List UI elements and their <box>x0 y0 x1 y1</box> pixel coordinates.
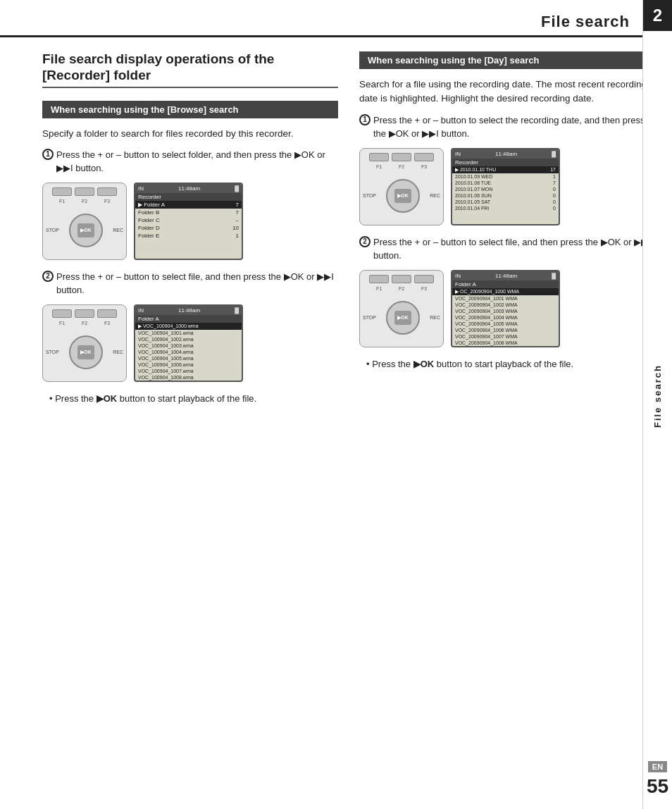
f2-label: F2 <box>75 199 94 204</box>
screen2-icon: IN <box>138 307 144 314</box>
f2-label-3: F2 <box>392 164 411 169</box>
day-search-banner: When searching using the [Day] search <box>359 51 658 69</box>
day-intro-text: Search for a file using the recording da… <box>359 78 658 106</box>
screen3-row-1: 2010.01.09 WED1 <box>452 173 559 180</box>
screen3-row-3: 2010.01.07 MON0 <box>452 186 559 192</box>
browse-device-row2: F1 F2 F3 STOP ▶OK REC IN <box>42 304 338 382</box>
screen2-row-8: VOC_100904_1008.wma <box>135 374 242 381</box>
step1-circle: 1 <box>42 149 54 160</box>
screen4-row-8: VOC_20090904_1008 WMA <box>452 340 559 346</box>
screen-file-list: IN 11:48am ▓ Folder A ▶ VOC_100904_1000.… <box>134 304 243 382</box>
screen3-icon: IN <box>455 151 461 157</box>
sidebar-label-area: File search <box>652 31 663 760</box>
right-column: When searching using the [Day] search Se… <box>352 51 658 415</box>
page-header: File search <box>0 0 672 37</box>
screen1-row-3: Folder D10 <box>135 224 242 232</box>
screen2-title-row: Folder A <box>135 315 242 323</box>
screen1-row-4: Folder E1 <box>135 232 242 240</box>
day-device-row1: F1 F2 F3 STOP ▶OK REC IN <box>359 148 658 226</box>
screen1-title-row: Recorder <box>135 193 242 201</box>
screen2-row-7: VOC_100904_1007.wma <box>135 368 242 374</box>
control-pad-4: ▶OK <box>382 297 424 339</box>
screen3-title: Recorder <box>455 159 478 166</box>
ok-btn-1[interactable]: ▶OK <box>77 223 94 237</box>
stop-label: STOP <box>46 228 59 233</box>
f3-btn <box>97 187 117 196</box>
ok-btn-4[interactable]: ▶OK <box>394 311 411 325</box>
screen2-row-3: VOC_100904_1003.wma <box>135 342 242 349</box>
section-title: File search display operations of the [R… <box>42 51 338 88</box>
screen2-battery: ▓ <box>235 307 239 314</box>
right-sidebar: 2 File search EN 55 <box>642 0 672 809</box>
screen3-row-6: 2010.01.04 FRI0 <box>452 205 559 211</box>
screen3-time: 11:48am <box>495 151 517 157</box>
left-column: File search display operations of the [R… <box>42 51 352 415</box>
screen2-row-4: VOC_100904_1004.wma <box>135 349 242 355</box>
rec-label-2: REC <box>113 350 123 354</box>
rec-label-3: REC <box>430 193 440 198</box>
ok-label-browse: ▶OK <box>97 393 118 404</box>
f1-label: F1 <box>52 199 72 204</box>
screen4-title: Folder A <box>455 281 476 288</box>
f1-btn-2 <box>52 309 72 318</box>
browse-intro-text: Specify a folder to search for files rec… <box>42 127 338 141</box>
screen3-title-row: Recorder <box>452 159 559 166</box>
en-badge: EN <box>648 761 667 772</box>
browse-bullet-note: • Press the ▶OK button to start playback… <box>49 392 338 406</box>
screen3-row-4: 2010.01.06 SUN0 <box>452 192 559 199</box>
stop-label-2: STOP <box>46 350 59 354</box>
screen3-row-2: 2010.01.08 TUE7 <box>452 180 559 186</box>
chapter-number: 2 <box>643 0 672 31</box>
stop-label-3: STOP <box>363 193 376 198</box>
page-title: File search <box>0 13 630 31</box>
rec-label: REC <box>113 228 123 233</box>
f3-btn-4 <box>414 275 434 283</box>
screen3-row-0: ▶ 2010.01.10 THU17 <box>452 166 559 173</box>
screen4-row-6: VOC_20090904_1006 WMA <box>452 327 559 333</box>
ok-btn-2[interactable]: ▶OK <box>77 345 94 359</box>
screen2-row-0: ▶ VOC_100904_1000.wma <box>135 323 242 330</box>
screen4-battery: ▓ <box>552 273 556 279</box>
screen1-time: 11:48am <box>178 185 200 192</box>
f2-btn-2 <box>75 309 94 318</box>
f1-label-2: F1 <box>52 321 72 326</box>
ok-label-day: ▶OK <box>413 359 435 369</box>
f3-btn-2 <box>97 309 117 318</box>
screen1-header: IN 11:48am ▓ <box>135 184 242 193</box>
f2-btn <box>75 187 94 196</box>
screen3-row-5: 2010.01.05 SAT0 <box>452 199 559 205</box>
f1-btn <box>52 187 72 196</box>
screen4-time: 11:48am <box>495 273 517 279</box>
rec-label-4: REC <box>430 315 440 320</box>
screen4-row-4: VOC_20090904_1004 WMA <box>452 314 559 321</box>
step2-circle: 2 <box>42 271 54 282</box>
screen1-row-1: Folder B7 <box>135 209 242 216</box>
screen-recorder-folders: IN 11:48am ▓ Recorder ▶ Folder A7 Folder… <box>134 183 243 260</box>
ok-btn-3[interactable]: ▶OK <box>394 189 411 203</box>
f2-label-4: F2 <box>392 286 411 291</box>
screen4-row-5: VOC_20090904_1005 WMA <box>452 321 559 327</box>
f2-btn-4 <box>392 275 411 283</box>
f2-btn-3 <box>392 153 411 161</box>
day-step1: 1 Press the + or – button to select the … <box>359 113 658 141</box>
control-pad-1: ▶OK <box>65 209 107 252</box>
screen4-icon: IN <box>455 273 461 279</box>
screen1-icon: IN <box>138 185 144 192</box>
screen1-battery: ▓ <box>235 185 239 192</box>
day-step1-circle: 1 <box>359 114 371 125</box>
f3-label-4: F3 <box>414 286 434 291</box>
f3-label-3: F3 <box>414 164 434 169</box>
browse-step2: 2 Press the + or – button to select file… <box>42 270 338 297</box>
f3-label-2: F3 <box>97 321 117 326</box>
f1-btn-3 <box>369 153 389 161</box>
screen2-row-2: VOC_100904_1002.wma <box>135 336 242 342</box>
f1-label-4: F1 <box>369 286 389 291</box>
screen4-row-2: VOC_20090904_1002 WMA <box>452 302 559 308</box>
screen2-row-9: VOC_100904_1009.wma <box>135 381 242 382</box>
page-number-block: EN 55 <box>647 760 668 809</box>
control-pad-3: ▶OK <box>382 175 424 217</box>
screen4-row-3: VOC_20090904_1003 WMA <box>452 308 559 314</box>
day-device-row2: F1 F2 F3 STOP ▶OK REC IN <box>359 270 658 347</box>
f3-btn-3 <box>414 153 434 161</box>
browse-device-row1: F1 F2 F3 STOP ▶OK REC IN <box>42 183 338 260</box>
